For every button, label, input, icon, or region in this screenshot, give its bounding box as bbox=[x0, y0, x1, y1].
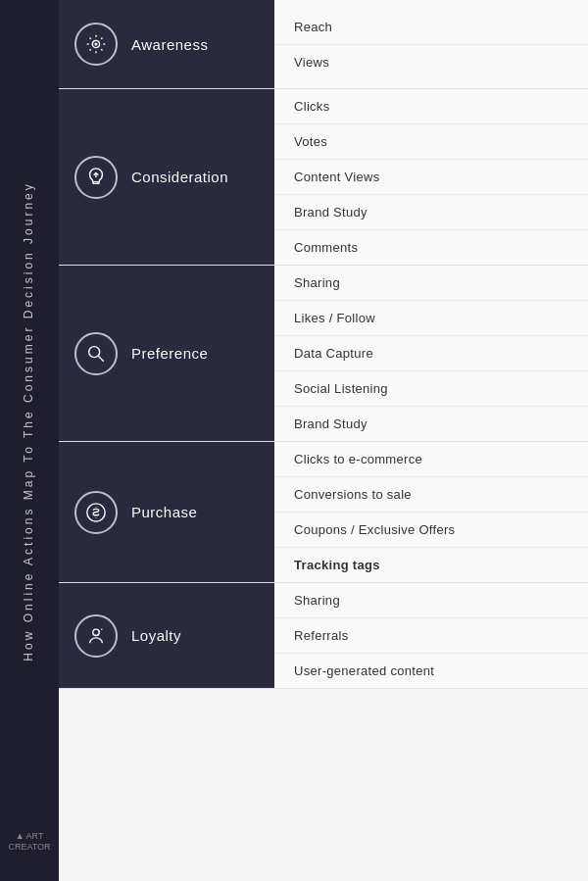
metric-item: Likes / Follow bbox=[274, 301, 588, 336]
sidebar-logo: ▲ ART CREATOR bbox=[0, 823, 59, 861]
category-label-preference: Preference bbox=[131, 345, 208, 362]
category-label-awareness: Awareness bbox=[131, 36, 208, 53]
metric-item: Brand Study bbox=[274, 407, 588, 441]
svg-point-4 bbox=[93, 629, 99, 635]
main-content: AwarenessReachViews ConsiderationClicksV… bbox=[59, 0, 588, 881]
metric-item: Sharing bbox=[274, 266, 588, 301]
metric-item: Reach bbox=[274, 10, 588, 45]
metric-item: Tracking tags bbox=[274, 548, 588, 582]
metric-item: Sharing bbox=[274, 583, 588, 618]
metrics-list-loyalty: SharingReferralsUser-generated content bbox=[274, 583, 588, 688]
row-preference: PreferenceSharingLikes / FollowData Capt… bbox=[59, 266, 588, 442]
preference-icon bbox=[74, 332, 118, 375]
metric-item: Referrals bbox=[274, 618, 588, 654]
row-consideration: ConsiderationClicksVotesContent ViewsBra… bbox=[59, 89, 588, 266]
metric-item: Content Views bbox=[274, 160, 588, 195]
metric-item: Brand Study bbox=[274, 195, 588, 230]
row-purchase: PurchaseClicks to e-commerceConversions … bbox=[59, 442, 588, 583]
category-label-consideration: Consideration bbox=[131, 169, 228, 185]
metrics-list-preference: SharingLikes / FollowData CaptureSocial … bbox=[274, 266, 588, 441]
metrics-list-awareness: ReachViews bbox=[274, 0, 588, 88]
consideration-icon bbox=[74, 156, 118, 199]
category-box-loyalty: Loyalty bbox=[59, 583, 274, 688]
category-box-awareness: Awareness bbox=[59, 0, 274, 88]
metric-item: Views bbox=[274, 45, 588, 79]
category-box-purchase: Purchase bbox=[59, 442, 274, 582]
sidebar-title: How Online Actions Map To The Consumer D… bbox=[20, 20, 38, 823]
awareness-icon bbox=[74, 23, 118, 66]
metric-item: Votes bbox=[274, 124, 588, 160]
loyalty-icon bbox=[74, 614, 118, 658]
category-label-purchase: Purchase bbox=[131, 504, 197, 520]
metric-item: User-generated content bbox=[274, 654, 588, 688]
metric-item: Data Capture bbox=[274, 336, 588, 371]
metric-item: Clicks bbox=[274, 89, 588, 124]
metric-item: Social Listening bbox=[274, 371, 588, 407]
purchase-icon bbox=[74, 491, 118, 534]
sidebar: How Online Actions Map To The Consumer D… bbox=[0, 0, 59, 881]
svg-point-1 bbox=[95, 43, 97, 45]
row-awareness: AwarenessReachViews bbox=[59, 0, 588, 89]
metrics-list-consideration: ClicksVotesContent ViewsBrand StudyComme… bbox=[274, 89, 588, 265]
metric-item: Coupons / Exclusive Offers bbox=[274, 513, 588, 548]
metric-item: Clicks to e-commerce bbox=[274, 442, 588, 477]
category-label-loyalty: Loyalty bbox=[131, 627, 181, 644]
row-loyalty: LoyaltySharingReferralsUser-generated co… bbox=[59, 583, 588, 689]
metric-item: Conversions to sale bbox=[274, 477, 588, 513]
metric-item: Comments bbox=[274, 230, 588, 265]
category-box-preference: Preference bbox=[59, 266, 274, 441]
metrics-list-purchase: Clicks to e-commerceConversions to saleC… bbox=[274, 442, 588, 582]
category-box-consideration: Consideration bbox=[59, 89, 274, 265]
